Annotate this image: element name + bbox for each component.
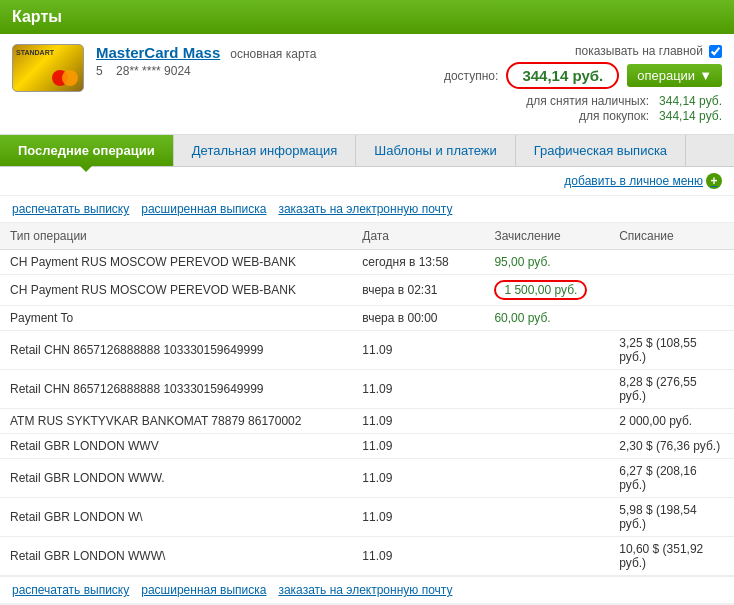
cell-date: 11.09 xyxy=(352,434,484,459)
cell-credit: 95,00 руб. xyxy=(484,250,609,275)
add-to-menu-label: добавить в личное меню xyxy=(564,174,703,188)
show-main-row: показывать на главной xyxy=(442,44,722,58)
col-header-debit: Списание xyxy=(609,223,734,250)
purchase-amount: 344,14 руб. xyxy=(659,109,722,123)
cell-date: вчера в 02:31 xyxy=(352,275,484,306)
table-header-row: Тип операции Дата Зачисление Списание xyxy=(0,223,734,250)
cell-date: 11.09 xyxy=(352,498,484,537)
email-link-top[interactable]: заказать на электронную почту xyxy=(278,202,452,216)
tab-recent[interactable]: Последние операции xyxy=(0,135,174,166)
action-links-row: добавить в личное меню + xyxy=(0,167,734,196)
card-image xyxy=(12,44,84,92)
detail-amounts: для снятия наличных: 344,14 руб. для пок… xyxy=(526,93,722,124)
mastercard-logo xyxy=(52,70,78,86)
cell-debit: 10,60 $ (351,92 руб.) xyxy=(609,537,734,576)
cell-credit: 1 500,00 руб. xyxy=(484,275,609,306)
card-label: основная карта xyxy=(230,47,316,61)
header-title: Карты xyxy=(12,8,62,26)
cell-date: 11.09 xyxy=(352,409,484,434)
cash-amount: 344,14 руб. xyxy=(659,94,722,108)
cell-debit xyxy=(609,250,734,275)
cell-date: 11.09 xyxy=(352,459,484,498)
operations-label: операции xyxy=(637,68,695,83)
cell-credit xyxy=(484,331,609,370)
cell-date: 11.09 xyxy=(352,331,484,370)
available-row: доступно: 344,14 руб. операции ▼ xyxy=(444,62,722,89)
header-bar: Карты xyxy=(0,0,734,34)
available-amount: 344,14 руб. xyxy=(506,62,619,89)
cell-credit xyxy=(484,498,609,537)
cell-debit: 3,25 $ (108,55 руб.) xyxy=(609,331,734,370)
add-to-menu-link[interactable]: добавить в личное меню + xyxy=(564,173,722,189)
card-section: MasterCard Mass основная карта 5 28** **… xyxy=(0,34,734,135)
card-number-masked: 28** **** 9024 xyxy=(116,64,191,78)
cell-credit xyxy=(484,537,609,576)
cell-debit: 5,98 $ (198,54 руб.) xyxy=(609,498,734,537)
card-name[interactable]: MasterCard Mass xyxy=(96,44,220,61)
add-icon: + xyxy=(706,173,722,189)
cell-date: 11.09 xyxy=(352,370,484,409)
cell-type: CH Payment RUS MOSCOW PEREVOD WEB-BANK xyxy=(0,275,352,306)
operations-table: Тип операции Дата Зачисление Списание CH… xyxy=(0,223,734,576)
cell-type: Retail GBR LONDON WWW. xyxy=(0,459,352,498)
show-main-label: показывать на главной xyxy=(575,44,703,58)
cell-type: Retail GBR LONDON WWW\ xyxy=(0,537,352,576)
purchase-label: для покупок: xyxy=(579,109,649,123)
mc-circle-orange xyxy=(62,70,78,86)
cell-credit xyxy=(484,370,609,409)
table-row: CH Payment RUS MOSCOW PEREVOD WEB-BANKвч… xyxy=(0,275,734,306)
cell-debit: 6,27 $ (208,16 руб.) xyxy=(609,459,734,498)
cell-credit xyxy=(484,409,609,434)
cell-debit: 2 000,00 руб. xyxy=(609,409,734,434)
cell-type: Retail GBR LONDON W\ xyxy=(0,498,352,537)
cell-credit xyxy=(484,459,609,498)
card-number-prefix: 5 xyxy=(96,64,103,78)
tab-detail[interactable]: Детальная информация xyxy=(174,135,357,166)
cash-label: для снятия наличных: xyxy=(526,94,649,108)
cell-debit xyxy=(609,306,734,331)
cell-type: Retail CHN 8657126888888 103330159649999 xyxy=(0,370,352,409)
cell-type: Payment To xyxy=(0,306,352,331)
table-row: Retail GBR LONDON W\11.095,98 $ (198,54 … xyxy=(0,498,734,537)
card-number-row: 5 28** **** 9024 xyxy=(96,64,442,78)
print-link-top[interactable]: распечатать выписку xyxy=(12,202,129,216)
table-row: ATM RUS SYKTYVKAR BANKOMAT 78879 8617000… xyxy=(0,409,734,434)
cell-date: 11.09 xyxy=(352,537,484,576)
chevron-down-icon: ▼ xyxy=(699,68,712,83)
cell-debit: 8,28 $ (276,55 руб.) xyxy=(609,370,734,409)
table-row: Retail GBR LONDON WWW.11.096,27 $ (208,1… xyxy=(0,459,734,498)
cell-debit xyxy=(609,275,734,306)
cell-type: ATM RUS SYKTYVKAR BANKOMAT 78879 8617000… xyxy=(0,409,352,434)
credit-amount-highlighted: 1 500,00 руб. xyxy=(494,280,587,300)
tab-templates[interactable]: Шаблоны и платежи xyxy=(356,135,515,166)
available-label: доступно: xyxy=(444,69,498,83)
col-header-date: Дата xyxy=(352,223,484,250)
show-main-checkbox[interactable] xyxy=(709,45,722,58)
col-header-credit: Зачисление xyxy=(484,223,609,250)
extended-link-bottom[interactable]: расширенная выписка xyxy=(141,583,266,597)
cell-date: вчера в 00:00 xyxy=(352,306,484,331)
extended-link-top[interactable]: расширенная выписка xyxy=(141,202,266,216)
cell-date: сегодня в 13:58 xyxy=(352,250,484,275)
card-title-row: MasterCard Mass основная карта xyxy=(96,44,442,61)
print-links-bottom: распечатать выписку расширенная выписка … xyxy=(0,576,734,603)
print-link-bottom[interactable]: распечатать выписку xyxy=(12,583,129,597)
table-row: CH Payment RUS MOSCOW PEREVOD WEB-BANKсе… xyxy=(0,250,734,275)
card-info: MasterCard Mass основная карта 5 28** **… xyxy=(96,44,442,78)
cell-credit xyxy=(484,434,609,459)
tabs-row: Последние операции Детальная информация … xyxy=(0,135,734,167)
tab-chart[interactable]: Графическая выписка xyxy=(516,135,686,166)
table-row: Retail CHN 8657126888888 103330159649999… xyxy=(0,370,734,409)
cell-type: CH Payment RUS MOSCOW PEREVOD WEB-BANK xyxy=(0,250,352,275)
cell-type: Retail GBR LONDON WWV xyxy=(0,434,352,459)
table-row: Retail CHN 8657126888888 103330159649999… xyxy=(0,331,734,370)
cell-type: Retail CHN 8657126888888 103330159649999 xyxy=(0,331,352,370)
table-row: Retail GBR LONDON WWW\11.0910,60 $ (351,… xyxy=(0,537,734,576)
print-links-top: распечатать выписку расширенная выписка … xyxy=(0,196,734,223)
card-right: показывать на главной доступно: 344,14 р… xyxy=(442,44,722,124)
table-row: Retail GBR LONDON WWV11.092,30 $ (76,36 … xyxy=(0,434,734,459)
col-header-type: Тип операции xyxy=(0,223,352,250)
operations-button[interactable]: операции ▼ xyxy=(627,64,722,87)
table-row: Payment Toвчера в 00:0060,00 руб. xyxy=(0,306,734,331)
email-link-bottom[interactable]: заказать на электронную почту xyxy=(278,583,452,597)
